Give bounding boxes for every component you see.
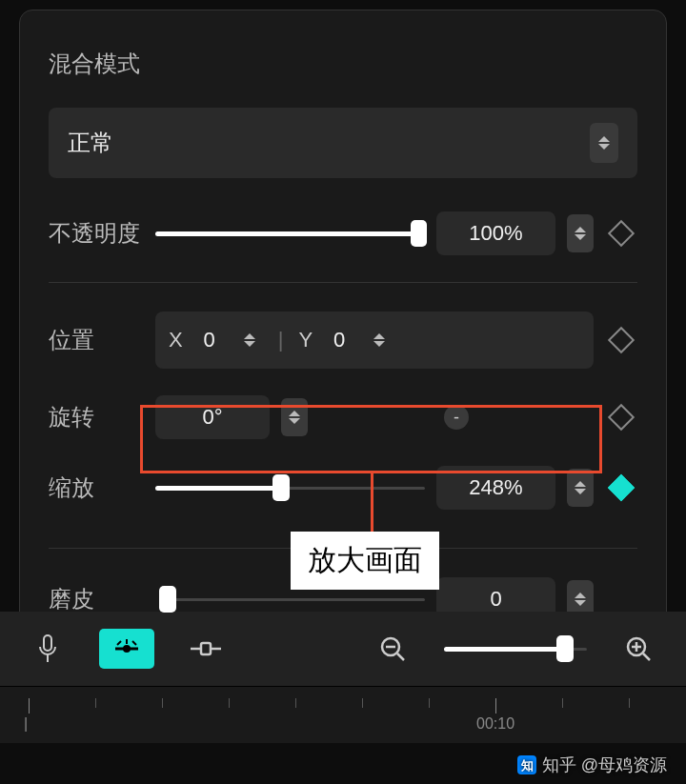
rotation-value: 0° [155,405,270,430]
chevron-up-icon [244,333,255,339]
y-value: 0 [320,328,358,352]
rotation-value-box[interactable]: 0° [155,395,270,439]
opacity-label: 不透明度 [49,218,144,249]
keyframe-icon[interactable] [608,327,635,353]
watermark: 知 知乎 @母鸡资源 [517,754,667,776]
svg-line-4 [117,641,121,645]
chevron-down-icon [598,144,610,150]
svg-rect-7 [201,643,211,654]
svg-line-12 [643,653,650,660]
opacity-row: 不透明度 100% [49,211,637,255]
chevron-up-icon [373,333,385,339]
svg-rect-0 [44,635,51,651]
dropdown-stepper[interactable] [590,123,618,163]
timeline-ruler[interactable]: | 00:10 [0,686,686,743]
chevron-up-icon [289,411,300,416]
scale-slider[interactable] [155,485,425,491]
annotation-line [371,472,373,533]
chevron-down-icon [575,489,586,494]
mic-icon[interactable] [29,630,67,668]
position-row: 位置 X 0 | Y 0 [49,312,637,369]
split-icon[interactable] [187,630,225,668]
svg-line-9 [397,653,404,660]
scale-value-box[interactable]: 248% [436,466,555,510]
position-label: 位置 [49,325,144,355]
zoom-out-icon[interactable] [373,630,412,668]
zoom-slider[interactable] [444,646,587,652]
slider-thumb[interactable] [411,220,427,247]
opacity-value: 100% [436,221,555,246]
chevron-up-icon [598,136,610,142]
blend-mode-label: 混合模式 [49,49,637,79]
x-label: X [169,328,183,352]
annotation-callout: 放大画面 [291,532,439,590]
scale-label: 缩放 [49,472,144,503]
slider-thumb[interactable] [556,635,574,662]
scale-row: 缩放 248% [49,466,637,510]
rotation-stepper[interactable] [281,398,308,436]
opacity-slider[interactable] [155,231,425,236]
position-xy-input[interactable]: X 0 | Y 0 [155,312,594,369]
scale-stepper[interactable] [567,469,594,507]
rotation-row: 旋转 0° - [49,395,637,439]
blend-mode-dropdown[interactable]: 正常 [49,108,637,178]
zhihu-icon: 知 [517,755,536,774]
y-label: Y [298,328,313,352]
chevron-up-icon [575,481,586,487]
time-label: 00:10 [476,715,514,733]
smooth-slider[interactable] [155,596,425,602]
chevron-down-icon [244,341,255,347]
chevron-up-icon [575,227,586,232]
svg-text:知: 知 [519,758,533,773]
rotation-label: 旋转 [49,402,144,432]
keyframe-icon[interactable] [608,220,635,247]
chevron-down-icon [575,600,586,606]
y-stepper[interactable] [366,321,393,359]
rotation-reset-icon[interactable]: - [444,405,469,430]
smooth-label: 磨皮 [49,584,144,614]
divider [49,282,637,283]
chevron-down-icon [289,418,300,424]
keyframe-icon[interactable] [608,474,635,501]
x-value: 0 [191,328,229,352]
chevron-down-icon [373,341,385,347]
chevron-down-icon [575,234,586,240]
keyframe-icon[interactable] [608,404,635,431]
opacity-stepper[interactable] [567,214,594,252]
blend-mode-value: 正常 [68,128,113,158]
scale-value: 248% [436,475,555,500]
xy-separator: | [278,328,284,352]
svg-point-3 [123,645,131,653]
chevron-up-icon [575,593,586,598]
time-start-label: | [24,715,28,733]
zoom-in-icon[interactable] [619,630,657,668]
bottom-toolbar [0,612,686,686]
smooth-value: 0 [436,587,555,612]
slider-thumb[interactable] [159,586,176,613]
record-tool-icon[interactable] [99,629,154,669]
slider-thumb[interactable] [272,474,290,501]
svg-line-6 [132,641,136,645]
x-stepper[interactable] [236,321,263,359]
opacity-value-box[interactable]: 100% [436,211,555,255]
